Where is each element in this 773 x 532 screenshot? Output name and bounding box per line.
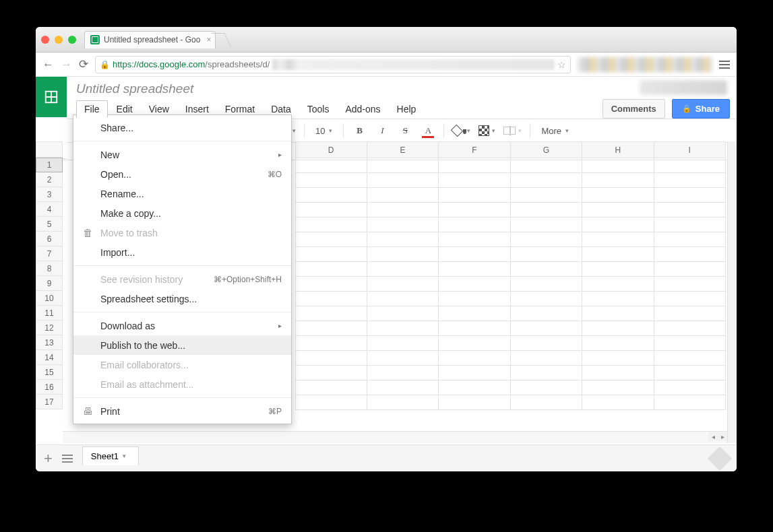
cell[interactable] <box>295 247 367 262</box>
cell[interactable] <box>510 262 582 277</box>
horizontal-scrollbar[interactable]: ◂ ▸ <box>63 431 727 443</box>
cell[interactable] <box>582 247 654 262</box>
fill-color-button[interactable]: ▾ <box>452 126 470 135</box>
menu-item-download-as[interactable]: Download as▸ <box>73 316 291 335</box>
explore-button[interactable] <box>708 446 733 471</box>
cell[interactable] <box>582 292 654 306</box>
cell[interactable] <box>295 306 367 321</box>
cell[interactable] <box>582 218 654 232</box>
cell[interactable] <box>510 306 582 321</box>
sheet-tab[interactable]: Sheet1 ▾ <box>82 446 139 465</box>
cell[interactable] <box>367 173 438 188</box>
cell[interactable] <box>295 351 367 366</box>
cell[interactable] <box>654 366 725 380</box>
menu-file[interactable]: File <box>76 100 108 118</box>
cell[interactable] <box>295 336 367 351</box>
cell[interactable] <box>295 292 367 306</box>
cell[interactable] <box>510 247 582 262</box>
cell[interactable] <box>367 321 438 336</box>
scroll-right-icon[interactable]: ▸ <box>718 432 727 441</box>
cell[interactable] <box>439 336 510 351</box>
cell[interactable] <box>367 380 438 395</box>
cell[interactable] <box>367 247 438 262</box>
row-header[interactable]: 4 <box>36 202 63 217</box>
cell[interactable] <box>510 395 582 410</box>
cell[interactable] <box>295 188 367 203</box>
row-header[interactable]: 13 <box>36 335 63 350</box>
cell[interactable] <box>654 262 725 277</box>
cell[interactable] <box>295 366 367 380</box>
cell[interactable] <box>367 292 438 306</box>
col-header[interactable]: G <box>510 142 582 158</box>
cell[interactable] <box>582 321 654 336</box>
cell[interactable] <box>439 158 510 173</box>
font-size-select[interactable]: 10▾ <box>313 125 335 137</box>
cell[interactable] <box>439 262 510 277</box>
all-sheets-button[interactable] <box>62 455 73 463</box>
bookmark-star-icon[interactable]: ☆ <box>557 59 566 70</box>
cell[interactable] <box>367 188 438 203</box>
row-header[interactable]: 15 <box>36 365 63 380</box>
cell[interactable] <box>582 277 654 292</box>
cell[interactable] <box>295 158 367 173</box>
cell[interactable] <box>654 158 725 173</box>
cell[interactable] <box>510 277 582 292</box>
cell[interactable] <box>510 321 582 336</box>
cell[interactable] <box>654 203 725 218</box>
back-button[interactable]: ← <box>42 58 54 71</box>
cell[interactable] <box>510 232 582 247</box>
select-all-corner[interactable] <box>36 141 63 158</box>
row-header[interactable]: 5 <box>36 217 63 232</box>
share-button[interactable]: 🔒 Share <box>672 99 730 119</box>
row-header[interactable]: 11 <box>36 306 63 321</box>
row-header[interactable]: 7 <box>36 246 63 261</box>
cell[interactable] <box>295 380 367 395</box>
cell[interactable] <box>582 336 654 351</box>
menu-item-make-copy[interactable]: Make a copy... <box>73 203 291 223</box>
col-header[interactable]: E <box>367 142 438 158</box>
row-header[interactable]: 14 <box>36 350 63 365</box>
row-header[interactable]: 3 <box>36 187 63 202</box>
cell[interactable] <box>367 277 438 292</box>
cell[interactable] <box>439 203 510 218</box>
cell[interactable] <box>582 232 654 247</box>
cell[interactable] <box>510 203 582 218</box>
cell[interactable] <box>439 351 510 366</box>
cell[interactable] <box>582 262 654 277</box>
cell[interactable] <box>654 188 725 203</box>
cell[interactable] <box>367 218 438 232</box>
cell[interactable] <box>654 247 725 262</box>
cell[interactable] <box>295 203 367 218</box>
cell[interactable] <box>582 203 654 218</box>
cell[interactable] <box>367 158 438 173</box>
cell[interactable] <box>654 292 725 306</box>
chrome-menu-icon[interactable] <box>719 61 730 69</box>
row-header[interactable]: 17 <box>36 395 63 409</box>
close-tab-icon[interactable]: × <box>206 35 211 44</box>
cell[interactable] <box>439 306 510 321</box>
cell[interactable] <box>582 158 654 173</box>
comments-button[interactable]: Comments <box>602 99 665 119</box>
cell[interactable] <box>439 395 510 410</box>
cell[interactable] <box>654 395 725 410</box>
cell[interactable] <box>510 218 582 232</box>
cell[interactable] <box>582 366 654 380</box>
cell[interactable] <box>582 380 654 395</box>
cell[interactable] <box>367 351 438 366</box>
row-header[interactable]: 9 <box>36 276 63 291</box>
cell[interactable] <box>367 395 438 410</box>
strikethrough-button[interactable]: S <box>398 125 412 136</box>
cell[interactable] <box>295 218 367 232</box>
menu-item-spreadsheet-settings[interactable]: Spreadsheet settings... <box>73 289 291 308</box>
cell[interactable] <box>439 188 510 203</box>
cell[interactable] <box>295 262 367 277</box>
document-title[interactable]: Untitled spreadsheet <box>76 81 193 96</box>
col-header[interactable]: H <box>582 142 654 158</box>
minimize-window-button[interactable] <box>55 36 63 44</box>
cell[interactable] <box>510 380 582 395</box>
font-dropdown-caret[interactable]: ▾ <box>292 127 296 134</box>
cell[interactable] <box>295 321 367 336</box>
cell[interactable] <box>582 351 654 366</box>
row-header[interactable]: 6 <box>36 232 63 246</box>
menu-item-import[interactable]: Import... <box>73 242 291 262</box>
